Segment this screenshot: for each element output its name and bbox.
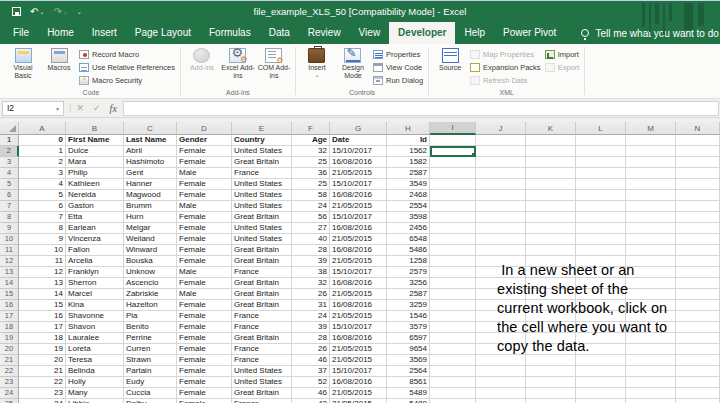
cell-G17[interactable]: 21/05/2015 xyxy=(330,311,387,322)
tab-view[interactable]: View xyxy=(350,22,390,44)
cell-I17[interactable] xyxy=(430,311,476,322)
cell-A3[interactable]: 2 xyxy=(19,157,66,168)
tab-formulas[interactable]: Formulas xyxy=(200,22,260,44)
tab-help[interactable]: Help xyxy=(455,22,494,44)
refresh-data-button[interactable]: Refresh Data xyxy=(470,75,541,86)
cell-J22[interactable] xyxy=(476,366,526,377)
cell-I22[interactable] xyxy=(430,366,476,377)
cell-B1[interactable]: First Name xyxy=(66,135,124,146)
cell-C8[interactable]: Hurn xyxy=(124,212,177,223)
macro-security-button[interactable]: Macro Security xyxy=(79,75,175,86)
cell-E3[interactable]: Great Britain xyxy=(232,157,292,168)
cell-M10[interactable] xyxy=(626,234,676,245)
cell-H9[interactable]: 2456 xyxy=(387,223,430,234)
cell-A14[interactable]: 13 xyxy=(19,278,66,289)
cell-G15[interactable]: 21/05/2015 xyxy=(330,289,387,300)
column-header-k[interactable]: K xyxy=(526,122,576,135)
cell-H11[interactable]: 5486 xyxy=(387,245,430,256)
tab-developer[interactable]: Developer xyxy=(389,22,455,44)
cell-A13[interactable]: 12 xyxy=(19,267,66,278)
cell-M21[interactable] xyxy=(626,355,676,366)
cell-H21[interactable]: 3569 xyxy=(387,355,430,366)
cell-F12[interactable]: 39 xyxy=(292,256,330,267)
add-ins-button[interactable]: Add-ins xyxy=(184,46,220,89)
cell-N22[interactable] xyxy=(676,366,720,377)
cell-A18[interactable]: 17 xyxy=(19,322,66,333)
cell-N25[interactable] xyxy=(676,399,720,403)
cell-E7[interactable]: United States xyxy=(232,201,292,212)
cell-K21[interactable] xyxy=(526,355,576,366)
cell-H3[interactable]: 1582 xyxy=(387,157,430,168)
cell-J10[interactable] xyxy=(476,234,526,245)
cell-K6[interactable] xyxy=(526,190,576,201)
cell-A21[interactable]: 20 xyxy=(19,355,66,366)
cell-D24[interactable]: Female xyxy=(177,388,232,399)
cell-I11[interactable] xyxy=(430,245,476,256)
cell-F24[interactable]: 46 xyxy=(292,388,330,399)
cell-G7[interactable]: 21/05/2015 xyxy=(330,201,387,212)
cell-I6[interactable] xyxy=(430,190,476,201)
row-header-13[interactable]: 13 xyxy=(0,267,19,278)
cell-E13[interactable]: France xyxy=(232,267,292,278)
row-header-19[interactable]: 19 xyxy=(0,333,19,344)
cell-L2[interactable] xyxy=(576,146,626,157)
cell-E1[interactable]: Country xyxy=(232,135,292,146)
cell-A17[interactable]: 16 xyxy=(19,311,66,322)
cell-E17[interactable]: France xyxy=(232,311,292,322)
cell-D19[interactable]: Female xyxy=(177,333,232,344)
cell-A9[interactable]: 8 xyxy=(19,223,66,234)
cell-G8[interactable]: 15/10/2017 xyxy=(330,212,387,223)
cell-C11[interactable]: Winward xyxy=(124,245,177,256)
cell-C9[interactable]: Melgar xyxy=(124,223,177,234)
tab-home[interactable]: Home xyxy=(38,22,83,44)
cell-A12[interactable]: 11 xyxy=(19,256,66,267)
cell-B16[interactable]: Kina xyxy=(66,300,124,311)
cell-E6[interactable]: United States xyxy=(232,190,292,201)
visual-basic-button[interactable]: Visual Basic xyxy=(5,46,41,89)
row-header-25[interactable]: 25 xyxy=(0,399,19,403)
cancel-button[interactable]: ✕ xyxy=(77,103,85,113)
cell-A5[interactable]: 4 xyxy=(19,179,66,190)
excel-add-ins-button[interactable]: Excel Add-ins xyxy=(220,46,256,89)
cell-I13[interactable] xyxy=(430,267,476,278)
cell-J2[interactable] xyxy=(476,146,526,157)
cell-L5[interactable] xyxy=(576,179,626,190)
cell-M9[interactable] xyxy=(626,223,676,234)
cell-L21[interactable] xyxy=(576,355,626,366)
cell-G20[interactable]: 21/05/2015 xyxy=(330,344,387,355)
cell-K24[interactable] xyxy=(526,388,576,399)
cell-F7[interactable]: 24 xyxy=(292,201,330,212)
cell-A11[interactable]: 10 xyxy=(19,245,66,256)
cell-G19[interactable]: 16/08/2016 xyxy=(330,333,387,344)
cell-E2[interactable]: United States xyxy=(232,146,292,157)
cell-F6[interactable]: 58 xyxy=(292,190,330,201)
cell-L23[interactable] xyxy=(576,377,626,388)
cell-B11[interactable]: Fallon xyxy=(66,245,124,256)
cell-C13[interactable]: Unknow xyxy=(124,267,177,278)
row-header-21[interactable]: 21 xyxy=(0,355,19,366)
cell-A24[interactable]: 23 xyxy=(19,388,66,399)
cell-A7[interactable]: 6 xyxy=(19,201,66,212)
cell-F18[interactable]: 39 xyxy=(292,322,330,333)
cell-M3[interactable] xyxy=(626,157,676,168)
row-header-12[interactable]: 12 xyxy=(0,256,19,267)
cell-D10[interactable]: Female xyxy=(177,234,232,245)
cell-H22[interactable]: 2564 xyxy=(387,366,430,377)
cell-C14[interactable]: Ascencio xyxy=(124,278,177,289)
tab-file[interactable]: File xyxy=(4,22,38,44)
cell-C7[interactable]: Brumm xyxy=(124,201,177,212)
cell-H4[interactable]: 2587 xyxy=(387,168,430,179)
cell-H20[interactable]: 9654 xyxy=(387,344,430,355)
cell-M23[interactable] xyxy=(626,377,676,388)
run-dialog-button[interactable]: Run Dialog xyxy=(373,75,423,86)
record-macro-button[interactable]: Record Macro xyxy=(79,49,175,60)
cell-E12[interactable]: Great Britain xyxy=(232,256,292,267)
cell-D25[interactable]: Female xyxy=(177,399,232,403)
cell-M22[interactable] xyxy=(626,366,676,377)
cell-B8[interactable]: Etta xyxy=(66,212,124,223)
row-header-15[interactable]: 15 xyxy=(0,289,19,300)
cell-A25[interactable]: 24 xyxy=(19,399,66,403)
cell-M7[interactable] xyxy=(626,201,676,212)
cell-L1[interactable] xyxy=(576,135,626,146)
cell-L6[interactable] xyxy=(576,190,626,201)
